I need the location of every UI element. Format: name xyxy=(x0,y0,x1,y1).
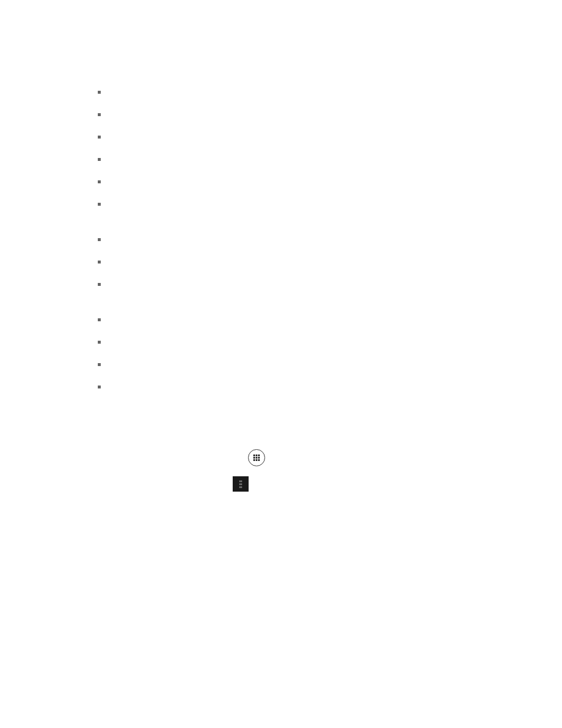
list-bullet xyxy=(98,341,101,344)
list-bullet xyxy=(98,91,101,94)
menu-stack-button[interactable] xyxy=(233,476,249,492)
list-bullet xyxy=(98,386,101,388)
apps-grid-button[interactable] xyxy=(248,449,265,466)
list-bullet xyxy=(98,261,101,263)
apps-grid-icon xyxy=(253,454,260,461)
menu-stack-icon xyxy=(239,480,242,488)
list-bullet xyxy=(98,238,101,241)
list-bullet xyxy=(98,283,101,286)
list-bullet xyxy=(98,158,101,161)
list-bullet xyxy=(98,203,101,206)
list-bullet xyxy=(98,113,101,116)
bullet-list xyxy=(98,91,101,408)
list-bullet xyxy=(98,136,101,139)
list-bullet xyxy=(98,180,101,183)
list-bullet xyxy=(98,318,101,321)
list-bullet xyxy=(98,363,101,366)
